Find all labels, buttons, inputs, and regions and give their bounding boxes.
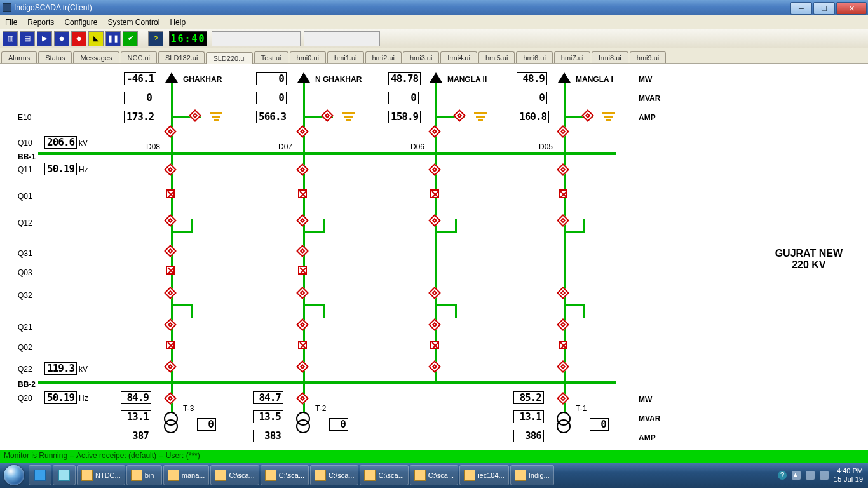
taskbar-item-8[interactable]: iec104... [459, 465, 509, 485]
taskbar-item-9[interactable]: Indig... [510, 465, 554, 485]
disconnect-icon[interactable] [557, 360, 569, 373]
menu-file[interactable]: File [0, 18, 22, 27]
taskbar-item-2[interactable]: mana... [163, 465, 210, 485]
tab-hmi8-ui[interactable]: hmi8.ui [592, 51, 628, 63]
breaker-icon[interactable] [559, 341, 567, 349]
tab-hmi0-ui[interactable]: hmi0.ui [290, 51, 326, 63]
stub2 [436, 304, 456, 306]
tab-hmi7-ui[interactable]: hmi7.ui [554, 51, 590, 63]
disconnect-icon[interactable] [164, 287, 177, 299]
disconnect-icon[interactable] [557, 125, 569, 138]
taskbar-pin-ie[interactable] [29, 465, 51, 485]
disconnect-icon[interactable] [557, 163, 569, 176]
disconnect-icon[interactable] [164, 163, 177, 176]
breaker-icon[interactable] [559, 189, 567, 198]
disconnect-icon[interactable] [164, 125, 177, 138]
toolbar-btn-8[interactable]: ✔ [123, 31, 138, 46]
disconnect-icon[interactable] [164, 318, 177, 331]
breaker-icon[interactable] [430, 341, 439, 349]
close-button[interactable]: ✕ [836, 2, 867, 15]
toolbar-btn-4[interactable]: ◆ [54, 31, 69, 46]
tab-ncc-ui[interactable]: NCC.ui [121, 51, 157, 63]
disconnect-icon[interactable] [164, 245, 177, 257]
toolbar-btn-5[interactable]: ◆ [71, 31, 86, 46]
tab-hmi1-ui[interactable]: hmi1.ui [327, 51, 363, 63]
menu-help[interactable]: Help [165, 18, 191, 27]
taskbar-item-0[interactable]: NTDC... [77, 465, 125, 485]
disconnect-icon[interactable] [296, 214, 309, 227]
disconnect-icon[interactable] [296, 392, 309, 405]
tab-sld132-ui[interactable]: SLD132.ui [158, 51, 205, 63]
tab-hmi5-ui[interactable]: hmi5.ui [478, 51, 515, 63]
taskbar-item-6[interactable]: C:\sca... [360, 465, 408, 485]
tab-test-ui[interactable]: Test.ui [254, 51, 288, 63]
tab-hmi4-ui[interactable]: hmi4.ui [440, 51, 477, 63]
help-tray-icon[interactable]: ? [778, 471, 787, 480]
disconnect-icon[interactable] [164, 360, 177, 373]
toolbar-btn-1[interactable]: ▥ [3, 31, 18, 46]
toolbar-btn-2[interactable]: ▤ [20, 31, 35, 46]
disconnect-icon[interactable] [296, 318, 309, 331]
breaker-icon[interactable] [298, 341, 307, 349]
menu-system[interactable]: System Control [102, 18, 165, 27]
tray-icon-net[interactable] [806, 471, 815, 480]
tab-hmi2-ui[interactable]: hmi2.ui [365, 51, 402, 63]
tab-hmi3-ui[interactable]: hmi3.ui [403, 51, 439, 63]
disconnect-icon[interactable] [296, 287, 309, 299]
toolbar-btn-6[interactable]: ◣ [88, 31, 104, 46]
taskbar-pin-calc[interactable] [53, 465, 76, 485]
tray-icon-1[interactable]: ▲ [792, 471, 801, 480]
disconnect-icon[interactable] [428, 163, 441, 176]
disconnect-icon[interactable] [296, 163, 309, 176]
toolbar-field-1[interactable] [212, 31, 301, 46]
disconnect-icon[interactable] [428, 318, 441, 331]
minimize-button[interactable]: ─ [790, 2, 812, 15]
tab-messages[interactable]: Messages [73, 51, 119, 63]
disconnect-icon[interactable] [164, 214, 177, 227]
breaker-icon[interactable] [166, 189, 175, 198]
disconnect-icon[interactable] [296, 245, 309, 257]
start-button[interactable] [0, 463, 28, 488]
taskbar-item-5[interactable]: C:\sca... [310, 465, 358, 485]
breaker-icon[interactable] [298, 189, 307, 198]
disconnect-icon[interactable] [296, 125, 309, 138]
breaker-icon[interactable] [166, 341, 175, 349]
taskbar-item-3[interactable]: C:\sca... [210, 465, 259, 485]
disconnect-icon[interactable] [164, 392, 177, 405]
menu-reports[interactable]: Reports [22, 18, 59, 27]
taskbar-item-4[interactable]: C:\sca... [261, 465, 309, 485]
tray-icon-vol[interactable] [820, 471, 829, 480]
disconnect-icon[interactable] [557, 318, 569, 331]
disconnect-icon[interactable] [189, 109, 201, 122]
disconnect-icon[interactable] [453, 109, 466, 122]
breaker-icon[interactable] [430, 189, 439, 198]
disconnect-icon[interactable] [557, 287, 569, 299]
taskbar-clock[interactable]: 4:40 PM 15-Jul-19 [834, 467, 863, 484]
busbar-bb2 [38, 381, 616, 384]
taskbar-item-7[interactable]: C:\sca... [410, 465, 458, 485]
tab-sld220-ui[interactable]: SLD220.ui [206, 52, 252, 64]
disconnect-icon[interactable] [428, 214, 441, 227]
tab-hmi6-ui[interactable]: hmi6.ui [516, 51, 552, 63]
disconnect-icon[interactable] [321, 109, 334, 122]
disconnect-icon[interactable] [428, 125, 441, 138]
disconnect-icon[interactable] [557, 392, 569, 405]
toolbar-btn-9[interactable]: ? [148, 31, 163, 46]
toolbar-btn-3[interactable]: ▶ [37, 31, 52, 46]
disconnect-icon[interactable] [557, 214, 569, 227]
disconnect-icon[interactable] [581, 109, 594, 122]
menu-configure[interactable]: Configure [59, 18, 102, 27]
breaker-icon[interactable] [298, 266, 307, 274]
feeder-0-amp: 173.2 [124, 111, 156, 123]
toolbar-btn-7[interactable]: ❚❚ [105, 31, 121, 46]
taskbar-item-1[interactable]: bin [126, 465, 162, 485]
disconnect-icon[interactable] [428, 360, 441, 373]
toolbar-field-2[interactable] [304, 31, 380, 46]
disconnect-icon[interactable] [428, 287, 441, 299]
tab-hmi9-ui[interactable]: hmi9.ui [630, 51, 666, 63]
maximize-button[interactable]: ☐ [813, 2, 835, 15]
breaker-icon[interactable] [166, 266, 175, 274]
disconnect-icon[interactable] [296, 360, 309, 373]
tab-status[interactable]: Status [38, 51, 72, 63]
tab-alarms[interactable]: Alarms [1, 51, 37, 63]
